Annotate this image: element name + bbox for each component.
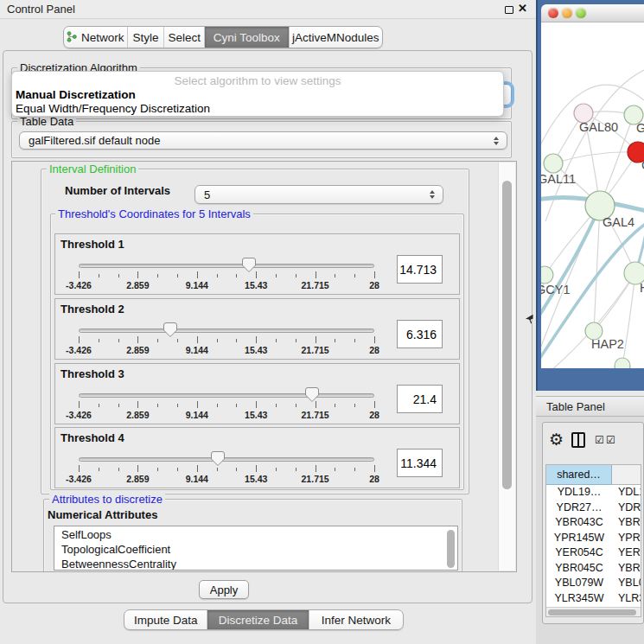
threshold-3-panel: Threshold 3 -3.4262.8599.14415.4321.7152… (54, 363, 460, 424)
slider-scale-labels: -3.4262.8599.14415.4321.71528 (79, 474, 374, 485)
tab-label: Cyni Toolbox (214, 31, 280, 44)
gear-icon[interactable]: ⚙ (549, 430, 564, 450)
tab-label: jActiveMNodules (292, 31, 379, 44)
horizontal-scrollbar-thumb[interactable] (548, 609, 636, 615)
bottom-tab-bar: Impute Data Discretize Data Infer Networ… (124, 609, 404, 630)
tab-network[interactable]: Network (64, 27, 128, 48)
list-item[interactable]: BetweennessCentrality (61, 557, 176, 571)
threshold-4-panel: Threshold 4 -3.4262.8599.14415.4321.7152… (54, 427, 460, 488)
threshold-value-input[interactable] (397, 255, 443, 284)
list-item[interactable]: TopologicalCoefficient (61, 542, 170, 557)
number-of-intervals-combo[interactable]: 5 (194, 185, 443, 204)
zoom-traffic-light-icon[interactable] (576, 8, 586, 18)
tab-select[interactable]: Select (164, 27, 205, 48)
threshold-1-slider[interactable]: -3.4262.8599.14415.4321.71528 (79, 257, 374, 295)
number-of-intervals-label: Number of Intervals (65, 184, 170, 197)
network-canvas[interactable]: GAL80 GA C GAL11 GAL4 GCY1 H HAP2 (541, 22, 644, 368)
minimize-traffic-light-icon[interactable] (562, 8, 572, 18)
slider-track[interactable] (79, 393, 374, 398)
tab-label: Impute Data (134, 614, 198, 627)
threshold-value-input[interactable] (397, 385, 443, 413)
tab-label: Network (81, 31, 124, 44)
slider-ticks (79, 401, 374, 409)
list-scrollbar-thumb[interactable] (447, 530, 455, 568)
tab-impute-data[interactable]: Impute Data (124, 610, 207, 629)
svg-text:HAP2: HAP2 (591, 337, 624, 351)
slider-scale-labels: -3.4262.8599.14415.4321.71528 (79, 410, 374, 421)
thresholds-group-title: Threshold's Coordinates for 5 Intervals (55, 207, 253, 220)
slider-ticks (79, 465, 374, 473)
table-row[interactable]: YDR27…YDR2 (546, 501, 641, 516)
algorithm-dropdown-popup: Select algorithm to view settings Manual… (11, 71, 504, 117)
table-row[interactable]: YPR145WYPR1 (546, 531, 641, 546)
number-of-intervals-value: 5 (204, 188, 210, 201)
control-panel-titlebar: Control Panel ✕ (0, 0, 536, 19)
column-header-name[interactable]: na (612, 465, 641, 485)
table-data-combo[interactable]: galFiltered.sif default node (19, 131, 507, 150)
tab-jactivemnodules[interactable]: jActiveMNodules (290, 27, 382, 48)
threshold-label: Threshold 3 (61, 367, 124, 380)
threshold-value-input[interactable] (397, 320, 443, 348)
numerical-attributes-label: Numerical Attributes (48, 508, 157, 521)
tab-infer-network[interactable]: Infer Network (309, 610, 403, 629)
threshold-3-slider[interactable]: -3.4262.8599.14415.4321.71528 (79, 386, 374, 424)
svg-text:GAL80: GAL80 (579, 120, 618, 134)
top-tab-bar: Network Style Select Cyni Toolbox jActiv… (63, 26, 383, 48)
tab-label: Style (132, 31, 158, 44)
threshold-label: Threshold 2 (61, 303, 124, 316)
threshold-2-slider[interactable]: -3.4262.8599.14415.4321.71528 (79, 322, 374, 360)
combo-arrows-icon (494, 137, 499, 145)
table-row[interactable]: YBR045CYBR0 (546, 561, 641, 577)
svg-text:GA: GA (636, 121, 644, 135)
slider-ticks (79, 271, 374, 279)
mouse-cursor (524, 313, 534, 325)
column-header-shared-name[interactable]: shared… (546, 465, 612, 485)
checkbox-icon[interactable]: ☑ (595, 434, 604, 446)
table-header-row: shared… na (546, 465, 641, 485)
table-row[interactable]: YBR043CYBR0 (546, 515, 641, 531)
table-data-combo-value: galFiltered.sif default node (29, 134, 160, 147)
slider-handle[interactable] (242, 258, 256, 277)
dropdown-placeholder-item[interactable]: Select algorithm to view settings (12, 74, 503, 87)
threshold-4-slider[interactable]: -3.4262.8599.14415.4321.71528 (79, 450, 374, 488)
tab-style[interactable]: Style (128, 27, 165, 48)
table-panel-box: ⚙ ☑ ☑ shared… na YDL19…YDL1 YDR27…YDR2 Y… (542, 422, 644, 624)
slider-handle[interactable] (305, 387, 319, 406)
threshold-value-input[interactable] (397, 449, 443, 477)
close-icon[interactable]: ✕ (518, 2, 527, 15)
svg-text:GAL11: GAL11 (541, 172, 576, 186)
scrollbar-track[interactable] (498, 163, 515, 571)
dropdown-item-manual-discretization[interactable]: Manual Discretization (16, 88, 136, 101)
tab-cyni-toolbox[interactable]: Cyni Toolbox (205, 27, 289, 48)
float-window-icon[interactable] (505, 6, 513, 14)
network-window-titlebar (541, 4, 644, 22)
slider-handle[interactable] (211, 451, 225, 470)
columns-icon[interactable] (571, 432, 585, 448)
tab-label: Select (168, 31, 201, 44)
numerical-attributes-list[interactable]: SelfLoops TopologicalCoefficient Between… (54, 526, 458, 571)
table-row[interactable]: YLR345WYLR3 (546, 591, 641, 607)
close-traffic-light-icon[interactable] (548, 8, 558, 18)
svg-text:GCY1: GCY1 (541, 283, 571, 296)
apply-button[interactable]: Apply (199, 580, 249, 599)
table-panel-titlebar: Table Panel (536, 396, 644, 417)
slider-scale-labels: -3.4262.8599.14415.4321.71528 (79, 345, 374, 356)
table-row[interactable]: YDL19…YDL1 (546, 485, 641, 501)
slider-track[interactable] (79, 457, 374, 462)
table-row[interactable]: YER054CYER0 (546, 545, 641, 561)
threshold-2-panel: Threshold 2 -3.4262.8599.14415.4321.7152… (54, 298, 460, 360)
dropdown-item-equal-width[interactable]: Equal Width/Frequency Discretization (16, 102, 210, 115)
combo-arrows-icon (430, 190, 435, 199)
table-row[interactable]: YBL079WYBL0 (546, 576, 641, 591)
tab-discretize-data[interactable]: Discretize Data (207, 610, 309, 629)
scrollbar-thumb[interactable] (502, 181, 512, 489)
slider-track[interactable] (79, 264, 374, 268)
table-data-title: Table Data (17, 115, 76, 128)
list-item[interactable]: SelfLoops (61, 527, 112, 542)
threshold-1-panel: Threshold 1 -3.4262.8599.14415.4321.7152… (54, 233, 460, 295)
slider-track[interactable] (79, 328, 374, 333)
node-table[interactable]: shared… na YDL19…YDL1 YDR27…YDR2 YBR043C… (545, 464, 641, 617)
horizontal-scrollbar[interactable] (546, 607, 641, 616)
checkbox-icon[interactable]: ☑ (606, 434, 615, 446)
slider-handle[interactable] (163, 322, 177, 341)
